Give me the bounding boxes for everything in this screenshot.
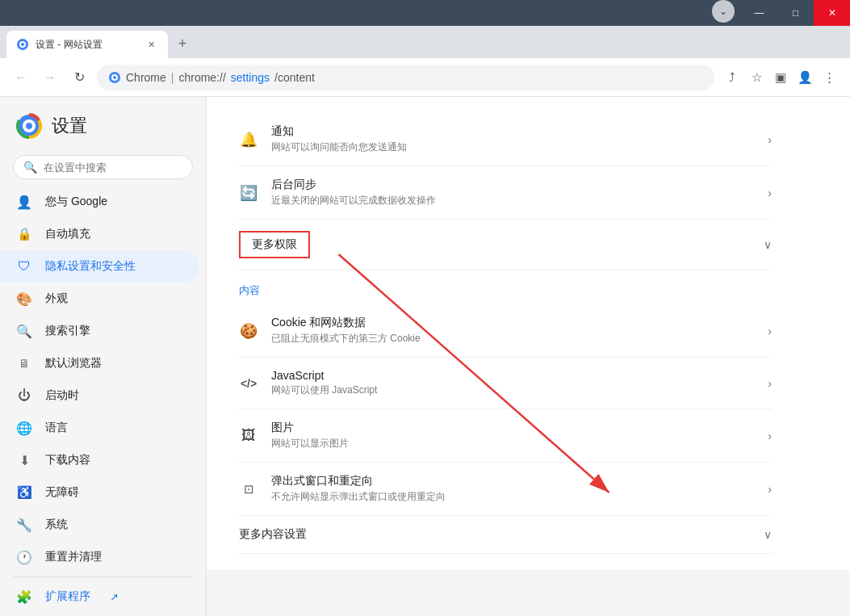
sidebar-item-appearance[interactable]: 🎨 外观 bbox=[0, 283, 199, 315]
main-layout: 设置 🔍 👤 您与 Google 🔒 自动填充 🛡 隐私设置和安全性 🎨 外观 … bbox=[0, 97, 850, 616]
sidebar-item-browser[interactable]: 🖥 默认浏览器 bbox=[0, 347, 199, 379]
javascript-item[interactable]: </> JavaScript 网站可以使用 JavaScript › bbox=[239, 358, 772, 409]
svg-point-8 bbox=[26, 123, 32, 129]
sidebar-item-search[interactable]: 🔍 搜索引擎 bbox=[0, 315, 199, 347]
content-inner: 🔔 通知 网站可以询问能否向您发送通知 › 🔄 后台同步 近最关闭的网站可以完成… bbox=[207, 97, 804, 570]
sidebar-item-download[interactable]: ⬇ 下载内容 bbox=[0, 444, 199, 476]
url-prefix: chrome:// bbox=[178, 71, 225, 84]
popups-icon: ⊡ bbox=[239, 480, 258, 499]
sidebar-label-autofill: 自动填充 bbox=[45, 227, 90, 241]
sidebar-item-about[interactable]: 关于 Chrome bbox=[0, 613, 199, 616]
more-permissions-label: 更多权限 bbox=[239, 231, 310, 258]
autofill-icon: 🔒 bbox=[16, 226, 32, 242]
images-item[interactable]: 🖼 图片 网站可以显示图片 › bbox=[239, 409, 772, 463]
bookmark-icon[interactable]: ☆ bbox=[745, 66, 768, 89]
javascript-title: JavaScript bbox=[271, 369, 755, 382]
background-sync-title: 后台同步 bbox=[271, 178, 755, 192]
menu-icon[interactable]: ⋮ bbox=[818, 66, 840, 89]
url-chrome-label: Chrome bbox=[126, 71, 166, 84]
notifications-arrow: › bbox=[768, 133, 772, 146]
sidebar-label-system: 系统 bbox=[45, 518, 68, 532]
sidebar-item-startup[interactable]: ⏻ 启动时 bbox=[0, 379, 199, 412]
download-icon: ⬇ bbox=[16, 452, 32, 468]
search-icon: 🔍 bbox=[23, 161, 37, 174]
sidebar-label-download: 下载内容 bbox=[45, 453, 90, 467]
javascript-desc: 网站可以使用 JavaScript bbox=[271, 383, 755, 397]
sidebar-label-extensions: 扩展程序 bbox=[45, 589, 90, 604]
tab-list-button[interactable]: ⌄ bbox=[712, 0, 735, 23]
background-sync-text: 后台同步 近最关闭的网站可以完成数据收发操作 bbox=[271, 178, 755, 207]
javascript-icon: </> bbox=[239, 374, 258, 393]
google-icon: 👤 bbox=[16, 194, 32, 210]
sidebar-title: 设置 bbox=[52, 114, 87, 138]
toolbar-icons: ⤴ ☆ ▣ 👤 ⋮ bbox=[721, 66, 840, 89]
close-button[interactable]: ✕ bbox=[814, 0, 850, 26]
background-sync-item[interactable]: 🔄 后台同步 近最关闭的网站可以完成数据收发操作 › bbox=[239, 166, 772, 220]
notifications-title: 通知 bbox=[271, 124, 755, 139]
sidebar-item-extensions[interactable]: 🧩 扩展程序 ↗ bbox=[0, 580, 199, 613]
sidebar-item-system[interactable]: 🔧 系统 bbox=[0, 509, 199, 541]
profile-icon[interactable]: 👤 bbox=[793, 66, 816, 89]
language-icon: 🌐 bbox=[16, 420, 32, 436]
sidebar-item-accessibility[interactable]: ♿ 无障碍 bbox=[0, 476, 199, 509]
tabbar: 设置 - 网站设置 ✕ + bbox=[0, 26, 850, 58]
search-input[interactable] bbox=[44, 161, 182, 174]
sidebar-item-language[interactable]: 🌐 语言 bbox=[0, 412, 199, 444]
notifications-item[interactable]: 🔔 通知 网站可以询问能否向您发送通知 › bbox=[239, 113, 772, 166]
tab-search-icon[interactable]: ▣ bbox=[769, 66, 792, 89]
sidebar-item-reset[interactable]: 🕐 重置并清理 bbox=[0, 541, 199, 573]
privacy-icon: 🛡 bbox=[16, 258, 32, 274]
sidebar-item-privacy[interactable]: 🛡 隐私设置和安全性 bbox=[0, 250, 199, 283]
more-permissions-item[interactable]: 更多权限 ∨ bbox=[239, 220, 772, 270]
sidebar-label-search: 搜索引擎 bbox=[45, 324, 90, 338]
more-content-chevron-icon: ∨ bbox=[764, 528, 772, 541]
sidebar-item-google[interactable]: 👤 您与 Google bbox=[0, 186, 199, 218]
startup-icon: ⏻ bbox=[16, 388, 32, 404]
sidebar-search[interactable]: 🔍 bbox=[13, 155, 193, 179]
minimize-button[interactable]: — bbox=[741, 0, 777, 26]
images-arrow: › bbox=[768, 430, 772, 442]
maximize-button[interactable]: □ bbox=[777, 0, 814, 26]
url-suffix: /content bbox=[274, 71, 315, 84]
url-settings: settings bbox=[231, 71, 270, 84]
active-tab[interactable]: 设置 - 网站设置 ✕ bbox=[6, 31, 168, 58]
background-sync-icon: 🔄 bbox=[239, 183, 258, 203]
cookie-desc: 已阻止无痕模式下的第三方 Cookie bbox=[271, 332, 755, 346]
more-content-settings-item[interactable]: 更多内容设置 ∨ bbox=[239, 516, 772, 554]
svg-point-5 bbox=[113, 76, 116, 79]
popups-desc: 不允许网站显示弹出式窗口或使用重定向 bbox=[271, 490, 755, 504]
share-icon[interactable]: ⤴ bbox=[721, 66, 743, 89]
sidebar-divider bbox=[13, 576, 193, 577]
refresh-button[interactable]: ↻ bbox=[68, 66, 90, 89]
tab-title: 设置 - 网站设置 bbox=[36, 38, 137, 52]
extensions-external-icon[interactable]: ↗ bbox=[107, 589, 121, 604]
forward-button[interactable]: → bbox=[39, 66, 61, 89]
extensions-icon: 🧩 bbox=[16, 589, 32, 605]
chrome-logo bbox=[16, 113, 42, 139]
cookie-item[interactable]: 🍪 Cookie 和网站数据 已阻止无痕模式下的第三方 Cookie › bbox=[239, 304, 772, 358]
sidebar-label-accessibility: 无障碍 bbox=[45, 485, 79, 500]
notifications-desc: 网站可以询问能否向您发送通知 bbox=[271, 140, 755, 154]
sidebar-item-autofill[interactable]: 🔒 自动填充 bbox=[0, 218, 199, 250]
titlebar: ⌄ — □ ✕ bbox=[0, 0, 850, 26]
window-controls: — □ ✕ bbox=[741, 0, 850, 26]
sidebar-label-appearance: 外观 bbox=[45, 291, 68, 306]
content-wrapper: 🔔 通知 网站可以询问能否向您发送通知 › 🔄 后台同步 近最关闭的网站可以完成… bbox=[207, 97, 850, 616]
url-bar[interactable]: Chrome | chrome://settings/content bbox=[97, 65, 714, 90]
chrome-icon bbox=[108, 71, 121, 84]
cookie-icon: 🍪 bbox=[239, 321, 258, 341]
appearance-icon: 🎨 bbox=[16, 291, 32, 307]
images-desc: 网站可以显示图片 bbox=[271, 437, 755, 450]
images-icon: 🖼 bbox=[239, 426, 258, 446]
background-sync-desc: 近最关闭的网站可以完成数据收发操作 bbox=[271, 194, 755, 207]
popups-item[interactable]: ⊡ 弹出式窗口和重定向 不允许网站显示弹出式窗口或使用重定向 › bbox=[239, 463, 772, 516]
back-button[interactable]: ← bbox=[10, 66, 32, 89]
javascript-text: JavaScript 网站可以使用 JavaScript bbox=[271, 369, 755, 397]
svg-point-2 bbox=[21, 43, 24, 46]
new-tab-button[interactable]: + bbox=[171, 32, 194, 55]
cookie-arrow: › bbox=[768, 325, 772, 337]
more-content-label: 更多内容设置 bbox=[239, 527, 764, 542]
tab-favicon bbox=[16, 38, 29, 51]
tab-close-button[interactable]: ✕ bbox=[144, 37, 158, 52]
javascript-arrow: › bbox=[768, 377, 772, 390]
